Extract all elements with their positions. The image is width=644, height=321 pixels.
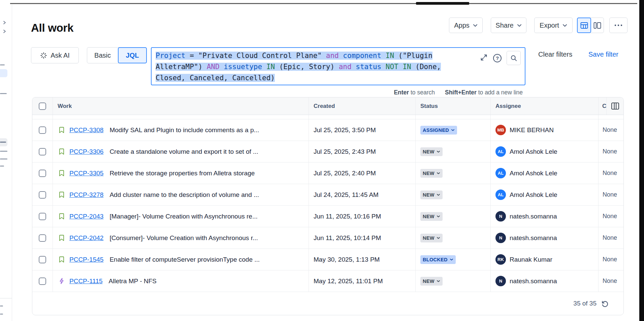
basic-mode-button[interactable]: Basic	[87, 52, 118, 59]
configure-columns-button[interactable]	[606, 97, 623, 115]
issue-key-link[interactable]: PCCP-1545	[69, 256, 103, 263]
chevron-down-icon	[562, 24, 567, 27]
jql-line: Closed, Canceled, Cancelled)	[156, 72, 441, 84]
chevron-right-icon[interactable]	[3, 29, 6, 35]
column-header-category-label[interactable]: C	[602, 103, 606, 110]
status-badge[interactable]: NEW	[420, 212, 443, 221]
table-view-button[interactable]	[577, 18, 591, 33]
select-all-checkbox[interactable]	[39, 103, 46, 110]
jql-input[interactable]: Project = "Private Cloud Control Plane" …	[156, 50, 441, 84]
chevron-down-icon	[451, 129, 455, 132]
avatar: N	[495, 233, 506, 243]
row-checkbox[interactable]	[39, 191, 46, 199]
status-badge[interactable]: NEW	[420, 147, 443, 156]
story-icon	[58, 148, 65, 155]
story-icon	[58, 126, 65, 134]
row-checkbox[interactable]	[39, 256, 46, 263]
help-icon[interactable]	[493, 54, 502, 62]
row-checkbox[interactable]	[39, 148, 46, 155]
issue-summary[interactable]: Modify SAL and Plugin to include comment…	[109, 126, 259, 134]
select-all-cell	[32, 97, 53, 115]
issue-key-link[interactable]: PCCP-3308	[69, 126, 103, 134]
table-row[interactable]: PCCP-3308Modify SAL and Plugin to includ…	[32, 119, 623, 141]
table-row[interactable]: PCCP-2042[Consumer]- Volume Creation wit…	[32, 227, 623, 249]
table-row[interactable]: PCCP-3306Create a standalone volume and …	[32, 141, 623, 163]
story-icon	[58, 170, 65, 177]
search-hint: Enter to search Shift+Enter to add a new…	[371, 89, 523, 96]
save-filter-button[interactable]: Save filter	[588, 51, 618, 58]
row-checkbox[interactable]	[39, 234, 46, 242]
sidebar-item-fragment	[0, 64, 5, 65]
result-count: 35 of 35	[573, 300, 597, 307]
issue-summary[interactable]: Retrieve the storage properties from All…	[109, 170, 255, 177]
work-cell: PCCP-3306Create a standalone volume and …	[53, 141, 309, 162]
column-header-work[interactable]: Work	[53, 97, 309, 115]
table-header-row: Work Created Status Assignee C	[32, 97, 623, 115]
row-checkbox[interactable]	[39, 213, 46, 220]
export-button[interactable]: Export	[534, 18, 573, 33]
chevron-down-icon	[437, 150, 440, 153]
table-row[interactable]: PCCP-3278Add cluster name to the descrip…	[32, 184, 623, 206]
issue-key-link[interactable]: PCCP-3278	[69, 191, 103, 199]
column-header-assignee[interactable]: Assignee	[490, 97, 598, 115]
search-button[interactable]	[507, 51, 521, 65]
story-icon	[58, 234, 65, 241]
issue-key-link[interactable]: PCCP-2042	[69, 234, 103, 242]
apps-button-label: Apps	[454, 22, 470, 29]
issue-summary[interactable]: Add cluster name to the description of v…	[109, 191, 259, 199]
issue-key-link[interactable]: PCCP-1115	[69, 278, 103, 285]
jql-query-input[interactable]: Project = "Private Cloud Control Plane" …	[151, 47, 525, 85]
table-body: PCCP-3308Modify SAL and Plugin to includ…	[32, 119, 623, 292]
issue-summary[interactable]: Alletra MP - NFS	[109, 278, 157, 285]
table-row[interactable]: PCCP-2043[Manager]- Volume Creation with…	[32, 206, 623, 227]
status-badge[interactable]: BLOCKED	[420, 255, 456, 264]
sidebar-divider	[0, 298, 12, 298]
share-button[interactable]: Share	[491, 18, 526, 33]
status-badge[interactable]: NEW	[420, 169, 443, 178]
status-cell: BLOCKED	[415, 249, 490, 270]
issue-summary[interactable]: [Manager]- Volume Creation with Asynchro…	[109, 213, 257, 220]
issue-summary[interactable]: [Consumer]- Volume Creation with Asynchr…	[109, 234, 258, 242]
sidebar-item-fragment	[0, 142, 6, 143]
assignee-name: MIKE BERHAN	[510, 126, 554, 134]
jql-mode-button[interactable]: JQL	[118, 47, 147, 63]
issue-key-link[interactable]: PCCP-3306	[69, 148, 103, 155]
row-checkbox[interactable]	[39, 170, 46, 177]
assignee-cell: RKRaunak Kumar	[490, 249, 598, 270]
row-checkbox[interactable]	[39, 278, 46, 285]
issue-summary[interactable]: Create a standalone volume and export it…	[109, 148, 258, 155]
issue-key-link[interactable]: PCCP-3305	[69, 170, 103, 177]
row-select-cell	[32, 141, 53, 162]
issue-summary[interactable]: Enable filter of computeServer provision…	[109, 256, 260, 263]
columns-icon	[611, 102, 619, 110]
jql-line: AlletraMP") AND issuetype IN (Epic, Stor…	[156, 61, 441, 72]
epic-icon	[58, 278, 65, 285]
detail-view-button[interactable]	[591, 18, 604, 33]
status-badge[interactable]: NEW	[420, 234, 443, 242]
column-header-status[interactable]: Status	[415, 97, 490, 115]
ask-ai-button[interactable]: Ask AI	[31, 47, 79, 63]
chevron-down-icon	[473, 24, 478, 27]
window-top-edge-segment	[416, 2, 469, 5]
apps-button[interactable]: Apps	[449, 18, 483, 33]
table-row[interactable]: PCCP-1545Enable filter of computeServer …	[32, 249, 623, 270]
clear-filters-button[interactable]: Clear filters	[538, 51, 572, 58]
detail-view-icon	[593, 22, 601, 29]
chevron-down-icon	[450, 258, 453, 261]
sidebar-item-selected[interactable]	[0, 69, 7, 77]
chevron-right-icon[interactable]	[3, 20, 6, 26]
status-badge[interactable]: NEW	[420, 191, 443, 199]
table-row[interactable]: PCCP-1115Alletra MP - NFSMay 12, 2025, 1…	[32, 270, 623, 292]
column-header-created[interactable]: Created	[309, 97, 415, 115]
status-badge[interactable]: NEW	[420, 277, 443, 286]
more-options-button[interactable]	[609, 18, 627, 33]
work-cell: PCCP-2043[Manager]- Volume Creation with…	[53, 206, 309, 227]
table-row[interactable]: PCCP-3305Retrieve the storage properties…	[32, 163, 623, 184]
status-badge[interactable]: ASSIGNED	[420, 126, 457, 135]
row-checkbox[interactable]	[39, 126, 46, 134]
expand-icon[interactable]	[480, 53, 488, 63]
refresh-button[interactable]	[601, 299, 609, 308]
issue-key-link[interactable]: PCCP-2043	[69, 213, 103, 220]
avatar: RK	[495, 254, 506, 265]
created-cell: Jul 25, 2025, 2:43 PM	[309, 141, 415, 162]
